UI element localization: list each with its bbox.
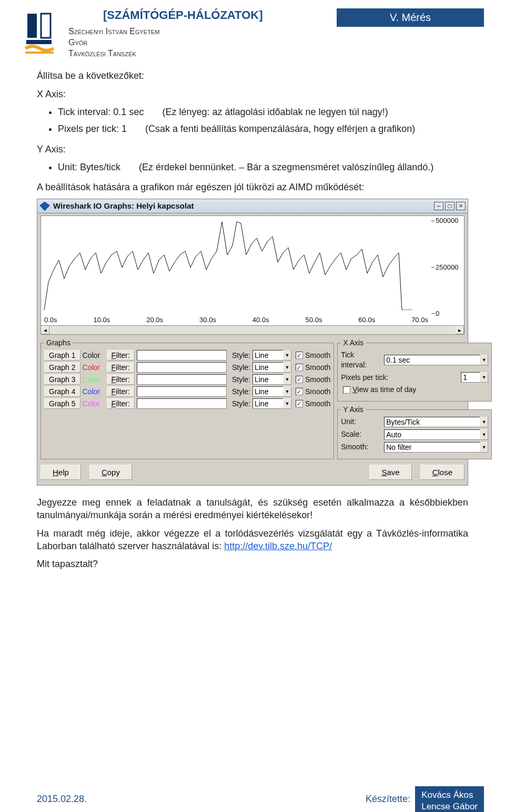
scroll-right-button[interactable]: ► [456,326,464,334]
dropdown-icon[interactable]: ▼ [480,355,488,365]
unit-select[interactable] [384,417,480,427]
tcp-link[interactable]: http://dev.tilb.sze.hu/TCP/ [224,541,332,551]
smooth-checkbox[interactable]: ✓Smooth [296,375,330,385]
checkbox-icon [343,386,350,394]
li-tick-interval: Tick interval: 0.1 sec [58,107,144,117]
filter-button[interactable]: Filter: [107,350,135,361]
ytick: 0 [436,309,439,318]
graph-toggle-button[interactable]: Graph 3 [44,374,80,385]
xtick: 0.0s [44,315,57,325]
window-titlebar[interactable]: Wireshark IO Graphs: Helyi kapcsolat – □… [37,199,468,213]
io-graph-canvas[interactable]: 500000 250000 0 0.0s 10.0s 20.0s 30.0s 4… [41,215,464,326]
li-pixels-note: (Csak a fenti beállítás kompenzálására, … [145,124,415,134]
color-label: Color [83,375,105,385]
tick-interval-label: Tick interval: [341,350,382,370]
graph-toggle-button[interactable]: Graph 4 [44,386,80,397]
xtick: 50.0s [306,315,322,325]
smooth-select[interactable] [384,442,480,453]
measurement-badge: V. Mérés [337,8,484,27]
filter-button[interactable]: Filter: [107,374,135,385]
x-axis-legend: X Axis [341,338,366,348]
close-button[interactable]: × [456,202,466,210]
color-label: Color [83,363,105,373]
graphs-panel: Graphs Graph 1ColorFilter:Style:▼✓Smooth… [41,338,334,459]
svg-rect-3 [25,52,54,54]
xtick: 30.0s [199,315,216,325]
filter-input[interactable] [137,398,227,409]
footer-label: Készítette: [366,794,410,805]
author-1: Kovács Ákos [421,789,478,801]
doc-title: [SZÁMÍTÓGÉP-HÁLÓZATOK] [103,8,337,22]
x-axis-panel: X Axis Tick interval: ▼ Pixels per tick: [337,338,492,402]
dropdown-icon[interactable]: ▼ [283,362,291,373]
filter-input[interactable] [137,362,227,373]
copy-button[interactable]: Copy [89,465,132,480]
scale-label: Scale: [341,429,382,439]
dropdown-icon[interactable]: ▼ [283,374,291,385]
filter-input[interactable] [137,374,227,385]
smooth-checkbox[interactable]: ✓Smooth [296,351,330,361]
close-dialog-button[interactable]: Close [420,465,464,480]
graph-toggle-button[interactable]: Graph 2 [44,362,80,373]
minimize-button[interactable]: – [434,202,443,210]
uni-city: Győr [68,37,337,48]
li-pixels-per-tick: Pixels per tick: 1 [58,124,127,134]
footer-date: 2015.02.28. [37,794,366,805]
style-select[interactable] [252,362,283,373]
question-note: Mit tapasztalt? [37,558,468,570]
filter-input[interactable] [137,386,227,397]
x-axis-label: X Axis: [37,88,468,100]
dropdown-icon[interactable]: ▼ [283,386,291,397]
unit-label: Unit: [341,417,382,427]
pixels-per-tick-select[interactable] [461,372,480,383]
style-select[interactable] [252,398,283,409]
ytick: 250000 [436,263,458,272]
filter-button[interactable]: Filter: [107,362,135,373]
horizontal-scrollbar[interactable]: ◄ ► [41,325,464,335]
save-button[interactable]: Save [369,465,411,480]
style-select[interactable] [252,386,283,397]
y-axis-label: Y Axis: [37,143,468,156]
checkbox-icon: ✓ [296,400,303,407]
style-label: Style: [232,387,250,397]
help-button[interactable]: Help [41,465,81,480]
university-logo [21,9,58,57]
filter-button[interactable]: Filter: [107,398,135,409]
smooth-checkbox[interactable]: ✓Smooth [296,399,330,409]
scroll-left-button[interactable]: ◄ [41,326,49,334]
li-unit: Unit: Bytes/tick [58,162,120,172]
style-label: Style: [232,351,250,361]
li-unit-note: (Ez érdekel bennünket. – Bár a szegmensm… [139,162,433,172]
dropdown-icon[interactable]: ▼ [283,398,291,409]
tick-interval-select[interactable] [384,355,480,365]
filter-button[interactable]: Filter: [107,386,135,397]
style-select[interactable] [252,350,283,361]
pixels-per-tick-label: Pixels per tick: [341,373,459,383]
checkbox-icon: ✓ [296,388,303,395]
graphs-legend: Graphs [44,338,73,348]
smooth-label: Smooth: [341,442,382,452]
uni-dept: Távközlési Tanszék [68,48,337,59]
style-select[interactable] [252,374,283,385]
dropdown-icon[interactable]: ▼ [480,417,488,427]
author-2: Lencse Gábor [421,801,478,812]
scale-select[interactable] [384,429,480,440]
svg-rect-1 [41,14,50,38]
uni-name: Széchenyi István Egyetem [68,26,337,37]
dropdown-icon[interactable]: ▼ [480,429,488,440]
dropdown-icon[interactable]: ▼ [283,350,291,361]
smooth-checkbox[interactable]: ✓Smooth [296,363,330,373]
wireshark-icon [39,201,50,211]
xtick: 40.0s [252,315,269,325]
dropdown-icon[interactable]: ▼ [480,372,488,383]
view-time-of-day-checkbox[interactable]: VView as time of dayiew as time of day [343,385,416,395]
filter-input[interactable] [137,350,227,361]
dropdown-icon[interactable]: ▼ [480,442,488,453]
graph-toggle-button[interactable]: Graph 5 [44,398,80,409]
y-axis-legend: Y Axis [341,405,366,415]
color-label: Color [83,387,105,397]
smooth-checkbox[interactable]: ✓Smooth [296,387,330,397]
graph-toggle-button[interactable]: Graph 1 [44,350,80,361]
style-label: Style: [232,399,250,409]
maximize-button[interactable]: □ [445,202,454,210]
